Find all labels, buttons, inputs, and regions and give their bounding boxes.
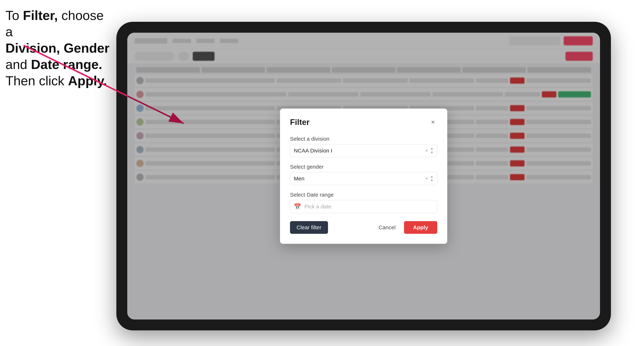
gender-value: Men <box>294 175 425 182</box>
date-placeholder: Pick a date <box>304 203 331 210</box>
instruction-line4: Then click <box>6 74 68 88</box>
apply-button[interactable]: Apply <box>404 221 437 234</box>
division-clear-icon[interactable]: × <box>425 148 428 153</box>
tablet-screen: Filter × Select a division NCAA Division… <box>127 33 600 320</box>
modal-footer: Clear filter Cancel Apply <box>290 221 437 234</box>
gender-select[interactable]: Men × ▲ ▼ <box>290 172 437 185</box>
division-label: Select a division <box>290 136 437 142</box>
instruction-bold4: Apply. <box>68 74 107 88</box>
gender-label: Select gender <box>290 164 437 170</box>
date-input[interactable]: 📅 Pick a date <box>290 200 437 213</box>
filter-modal: Filter × Select a division NCAA Division… <box>280 109 447 244</box>
gender-clear-icon[interactable]: × <box>425 176 428 181</box>
modal-overlay: Filter × Select a division NCAA Division… <box>127 33 600 320</box>
date-label: Select Date range <box>290 192 437 198</box>
instruction-bold2: Division, Gender <box>6 41 110 55</box>
instruction-line3: and <box>6 57 31 72</box>
modal-title: Filter <box>290 118 310 127</box>
division-arrows-icon: ▲ ▼ <box>430 147 434 155</box>
calendar-icon: 📅 <box>294 203 301 210</box>
instruction-bold3: Date range. <box>31 57 102 72</box>
footer-right-actions: Cancel Apply <box>372 221 437 234</box>
instruction-text: To Filter, choose a Division, Gender and… <box>6 7 111 89</box>
gender-arrows-icon: ▲ ▼ <box>430 175 434 182</box>
division-select[interactable]: NCAA Division I × ▲ ▼ <box>290 144 437 157</box>
instruction-bold1: Filter, <box>23 8 58 23</box>
date-form-group: Select Date range 📅 Pick a date <box>290 192 437 213</box>
modal-header: Filter × <box>290 118 437 127</box>
modal-close-button[interactable]: × <box>428 118 437 127</box>
tablet-frame: Filter × Select a division NCAA Division… <box>116 22 611 330</box>
cancel-button[interactable]: Cancel <box>372 221 402 234</box>
clear-filter-button[interactable]: Clear filter <box>290 221 328 234</box>
gender-controls: × ▲ ▼ <box>425 175 434 182</box>
gender-form-group: Select gender Men × ▲ ▼ <box>290 164 437 185</box>
division-controls: × ▲ ▼ <box>425 147 434 155</box>
division-value: NCAA Division I <box>294 148 425 154</box>
division-form-group: Select a division NCAA Division I × ▲ ▼ <box>290 136 437 157</box>
instruction-line1: To <box>6 8 23 23</box>
